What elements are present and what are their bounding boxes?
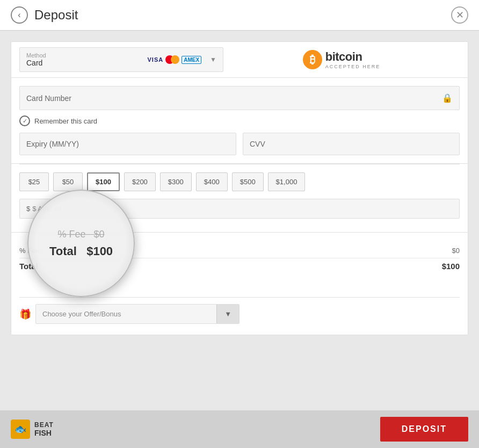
- gift-section: 🎁 Choose your Offer/Bonus ▼: [11, 298, 468, 335]
- cvv-label: CVV: [250, 140, 265, 148]
- amount-btn-400[interactable]: $400: [196, 172, 228, 191]
- amount-btn-25[interactable]: $25: [19, 172, 49, 191]
- modal-footer: 🐟 BEAT FISH DEPOSIT: [0, 410, 479, 448]
- remember-checkbox[interactable]: ✓: [19, 115, 30, 126]
- logo-beat: BEAT: [34, 421, 54, 429]
- deposit-card: Method Card VISA AMEX ▼: [11, 41, 468, 335]
- bonus-dropdown[interactable]: Choose your Offer/Bonus ▼: [35, 304, 240, 324]
- bonus-text: Choose your Offer/Bonus: [36, 305, 216, 323]
- bonus-dropdown-button[interactable]: ▼: [216, 305, 239, 323]
- amount-btn-100[interactable]: $100: [87, 172, 120, 191]
- magnify-fee-label: % Fee: [57, 229, 85, 240]
- visa-logo: VISA: [148, 56, 164, 63]
- method-label: Method: [26, 52, 142, 59]
- card-number-label: Card Number: [26, 94, 71, 103]
- back-button[interactable]: ‹: [11, 6, 28, 24]
- card-number-field[interactable]: Card Number 🔒: [19, 86, 460, 110]
- magnify-total-label: Total: [49, 244, 77, 258]
- bonus-dropdown-arrow: ▼: [224, 310, 231, 318]
- amount-btn-200[interactable]: $200: [124, 172, 156, 191]
- bitcoin-text-group: bitcoin ACCEPTED HERE: [325, 50, 381, 69]
- logo-icon: 🐟: [11, 420, 30, 439]
- bitcoin-section: ₿ bitcoin ACCEPTED HERE: [223, 50, 460, 69]
- bitcoin-logo: ₿ bitcoin ACCEPTED HERE: [303, 50, 381, 69]
- method-dropdown-arrow: ▼: [210, 56, 216, 63]
- method-label-group: Method Card: [26, 52, 142, 67]
- fee-value: $0: [452, 247, 460, 255]
- method-row: Method Card VISA AMEX ▼: [11, 42, 468, 78]
- remember-label: Remember this card: [34, 117, 97, 125]
- magnify-total-value: $100: [86, 244, 113, 258]
- footer-logo: 🐟 BEAT FISH: [11, 420, 54, 439]
- gift-row: 🎁 Choose your Offer/Bonus ▼: [19, 304, 460, 324]
- bitcoin-icon: ₿: [303, 50, 322, 69]
- expiry-field[interactable]: Expiry (MM/YY): [19, 133, 236, 155]
- amount-buttons: $25 $50 $100 $200 $300 $400 $500 $1,000: [19, 172, 460, 191]
- magnify-fee-value: $0: [94, 229, 105, 240]
- gift-icon: 🎁: [19, 308, 31, 320]
- summary-area: % Fee $0 Total $100 % Fee $0 Total: [11, 233, 468, 297]
- back-icon: ‹: [18, 10, 20, 20]
- mc-right-circle: [171, 55, 179, 64]
- cvv-field[interactable]: CVV: [243, 133, 460, 155]
- amount-btn-300[interactable]: $300: [160, 172, 192, 191]
- expiry-label: Expiry (MM/YY): [26, 140, 79, 148]
- amount-btn-500[interactable]: $500: [232, 172, 264, 191]
- bitcoin-symbol: ₿: [310, 54, 315, 66]
- amex-logo: AMEX: [182, 56, 201, 64]
- page-title: Deposit: [34, 8, 78, 23]
- modal-body: Method Card VISA AMEX ▼: [0, 31, 479, 410]
- close-button[interactable]: ✕: [451, 6, 468, 24]
- magnify-total: Total $100: [49, 244, 113, 258]
- close-icon: ✕: [456, 9, 464, 21]
- amount-btn-50[interactable]: $50: [53, 172, 83, 191]
- total-value: $100: [442, 262, 460, 271]
- mastercard-logo: [165, 55, 179, 64]
- logo-text-group: BEAT FISH: [34, 421, 54, 437]
- remember-row: ✓ Remember this card: [19, 115, 460, 126]
- fish-icon: 🐟: [14, 423, 26, 435]
- bitcoin-name: bitcoin: [325, 50, 381, 64]
- dollar-sign: $: [26, 205, 30, 213]
- bitcoin-sub: ACCEPTED HERE: [325, 64, 381, 69]
- expiry-cvv-row: Expiry (MM/YY) CVV: [19, 133, 460, 155]
- method-selector[interactable]: Method Card VISA AMEX ▼: [19, 47, 223, 72]
- method-value: Card: [26, 59, 142, 67]
- magnify-overlay: % Fee $0 Total $100: [27, 190, 135, 297]
- card-logos: VISA AMEX: [148, 55, 202, 64]
- logo-fish: FISH: [34, 429, 54, 437]
- amount-btn-1000[interactable]: $1,000: [268, 172, 306, 191]
- lock-icon: 🔒: [442, 93, 453, 103]
- header-left: ‹ Deposit: [11, 6, 78, 24]
- modal-container: ‹ Deposit ✕ Method Card VISA: [0, 0, 479, 448]
- form-section: Card Number 🔒 ✓ Remember this card Expir…: [11, 78, 468, 164]
- deposit-button[interactable]: DEPOSIT: [380, 417, 468, 442]
- modal-header: ‹ Deposit ✕: [0, 0, 479, 31]
- magnify-fee: % Fee $0: [57, 229, 104, 240]
